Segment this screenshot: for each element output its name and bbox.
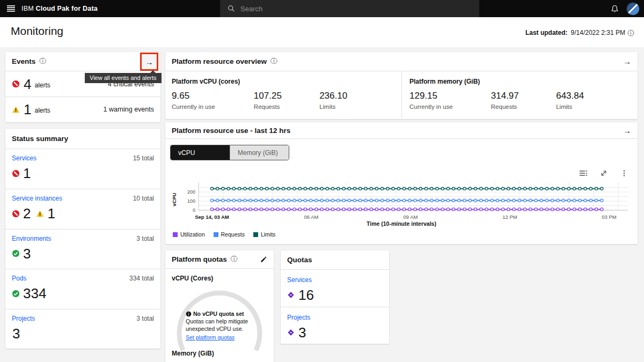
legend-swatch bbox=[173, 232, 178, 237]
hamburger-icon bbox=[7, 5, 15, 12]
quota-icon bbox=[287, 291, 295, 299]
status-row-link[interactable]: Projects bbox=[12, 315, 35, 322]
overview-section: Platform vCPU (cores)9.65Currently in us… bbox=[165, 71, 401, 119]
resource-overview-card: Platform resource overview ⓘ → Platform … bbox=[165, 52, 638, 119]
overview-section-title: Platform vCPU (cores) bbox=[172, 78, 401, 85]
info-icon[interactable]: ⓘ bbox=[270, 58, 277, 65]
legend-swatch bbox=[253, 232, 258, 237]
warning-icon bbox=[36, 210, 44, 218]
status-total: 3 total bbox=[136, 315, 154, 322]
show-data-table-icon[interactable] bbox=[579, 168, 588, 178]
status-row-link[interactable]: Pods bbox=[12, 275, 26, 282]
svg-text:0: 0 bbox=[193, 208, 195, 213]
status-row: Service instances10 total21 bbox=[5, 189, 160, 228]
status-total: 15 total bbox=[133, 154, 154, 162]
user-avatar[interactable] bbox=[626, 2, 640, 16]
svg-text:200: 200 bbox=[187, 189, 195, 195]
status-row-link[interactable]: Services bbox=[12, 154, 36, 162]
overview-metric: 236.10Limits bbox=[319, 91, 401, 110]
brand-name: Cloud Pak for Data bbox=[36, 5, 98, 12]
critical-icon bbox=[12, 80, 20, 88]
notifications-button[interactable] bbox=[605, 0, 624, 17]
status-row: Projects3 total3 bbox=[5, 309, 160, 349]
metric-label: Requests bbox=[254, 104, 319, 110]
title-bar: Monitoring Last updated: 9/14/2022 2:31 … bbox=[0, 17, 644, 47]
status-count: 3 bbox=[12, 247, 31, 261]
app-title: IBM Cloud Pak for Data bbox=[21, 5, 98, 12]
kebab-menu-icon[interactable] bbox=[619, 168, 629, 178]
event-unit: alerts bbox=[34, 107, 50, 114]
metric-label: Limits bbox=[319, 104, 401, 110]
quota-row-link[interactable]: Projects bbox=[287, 314, 310, 321]
app-header: IBM Cloud Pak for Data bbox=[0, 0, 644, 17]
tooltip: View all events and alerts bbox=[85, 73, 162, 83]
resource-overview-title: Platform resource overview bbox=[172, 57, 267, 65]
legend-item[interactable]: Limits bbox=[253, 231, 275, 238]
status-total: 3 total bbox=[136, 235, 154, 242]
resource-use-card: Platform resource use - last 12 hrs → vC… bbox=[165, 122, 638, 244]
set-platform-quotas-link[interactable]: Set platform quotas bbox=[186, 334, 235, 341]
metric-value: 129.15 bbox=[409, 91, 491, 101]
success-icon bbox=[12, 290, 20, 298]
legend-item[interactable]: Requests bbox=[214, 231, 245, 238]
critical-icon bbox=[12, 169, 20, 178]
quota-row-link[interactable]: Services bbox=[287, 276, 312, 284]
platform-quotas-title: Platform quotas bbox=[172, 255, 227, 263]
event-count: 4 bbox=[24, 77, 31, 91]
maximize-icon[interactable] bbox=[599, 168, 609, 178]
status-row-link[interactable]: Environments bbox=[12, 235, 51, 242]
legend-label: Utilization bbox=[180, 231, 205, 238]
status-count: 1 bbox=[12, 166, 31, 180]
search-input[interactable] bbox=[240, 5, 444, 13]
info-icon[interactable] bbox=[627, 29, 634, 36]
chart-x-axis-title: Time (10-minute intervals) bbox=[165, 220, 638, 227]
tab-memory[interactable]: Memory (GiB) bbox=[230, 145, 289, 160]
legend-label: Limits bbox=[261, 231, 275, 238]
svg-text:12 PM: 12 PM bbox=[502, 214, 517, 220]
status-row-link[interactable]: Service instances bbox=[12, 195, 62, 202]
svg-text:09 AM: 09 AM bbox=[404, 214, 418, 220]
legend-label: Requests bbox=[221, 231, 245, 238]
legend-swatch bbox=[214, 232, 218, 237]
menu-icon[interactable] bbox=[0, 0, 21, 17]
quotas-card: Quotas Services16Projects3 bbox=[281, 250, 389, 344]
status-count: 334 bbox=[12, 286, 46, 300]
resource-use-title: Platform resource use - last 12 hrs bbox=[172, 127, 290, 135]
search-icon bbox=[228, 5, 235, 12]
status-total: 10 total bbox=[133, 195, 154, 202]
event-unit: alerts bbox=[34, 82, 50, 89]
no-quota-body-line1: Quotas can help mitigate bbox=[186, 317, 261, 325]
legend-item[interactable]: Utilization bbox=[173, 231, 205, 238]
metric-value: 314.97 bbox=[491, 91, 556, 101]
critical-icon bbox=[12, 210, 20, 218]
status-rows: Services15 total1Service instances10 tot… bbox=[5, 149, 160, 349]
line-chart[interactable]: 0100200vCPUSep 14, 03 AM06 AM09 AM12 PM0… bbox=[171, 178, 632, 223]
events-card-title: Events bbox=[12, 57, 35, 65]
resource-overview-arrow-button[interactable]: → bbox=[623, 57, 631, 66]
last-updated: Last updated: 9/14/2022 2:31 PM bbox=[525, 29, 634, 36]
overview-sections: Platform vCPU (cores)9.65Currently in us… bbox=[165, 71, 638, 119]
events-arrow-highlight: → bbox=[142, 54, 157, 69]
metric-value: 9.65 bbox=[172, 91, 254, 101]
view-all-events-button[interactable]: → bbox=[142, 54, 157, 69]
edit-quotas-button[interactable] bbox=[260, 256, 267, 263]
quota-icon bbox=[287, 329, 295, 336]
memory-quota-section-title: Memory (GiB) bbox=[172, 350, 214, 357]
platform-quotas-card: Platform quotas ⓘ vCPU (Cores) No vCPU q… bbox=[165, 250, 274, 362]
resource-use-arrow-button[interactable]: → bbox=[623, 126, 631, 135]
info-icon[interactable]: ⓘ bbox=[231, 256, 238, 263]
status-count: 1 bbox=[36, 206, 55, 220]
success-icon bbox=[12, 249, 20, 257]
chart-toolbar bbox=[579, 168, 629, 178]
info-icon[interactable]: ⓘ bbox=[39, 58, 46, 65]
metric-value: 236.10 bbox=[319, 91, 401, 101]
info-filled-icon bbox=[186, 311, 192, 317]
svg-text:06 AM: 06 AM bbox=[304, 214, 319, 220]
status-count: 2 bbox=[12, 206, 31, 220]
overview-section: Platform memory (GiB)129.15Currently in … bbox=[401, 71, 638, 119]
status-summary-card: Status summary Services15 total1Service … bbox=[5, 129, 160, 349]
global-search[interactable] bbox=[220, 0, 479, 17]
quotas-rows: Services16Projects3 bbox=[281, 270, 389, 343]
metric-label: Currently in use bbox=[172, 104, 254, 110]
tab-vcpu[interactable]: vCPU bbox=[171, 145, 230, 160]
